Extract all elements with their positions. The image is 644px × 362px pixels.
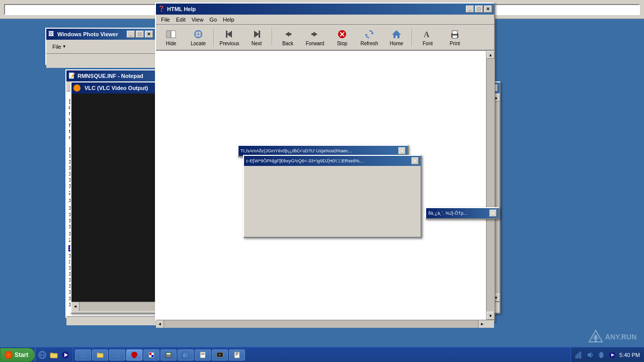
photo-viewer-title: Windows Photo Viewer (57, 31, 125, 37)
hide-icon (166, 29, 177, 40)
html-help-menubar: File Edit View Go Help (156, 15, 494, 25)
svg-rect-49 (577, 353, 578, 358)
html-help-toolbar: Hide Locate Previous (156, 25, 494, 51)
garbled-dialog-3-close[interactable]: ✕ (490, 210, 497, 217)
taskbar-paint-item[interactable] (143, 349, 159, 360)
toolbar-sep-1 (213, 28, 214, 46)
help-hscroll-right[interactable]: ► (478, 320, 486, 328)
html-help-title: HTML Help (167, 6, 464, 12)
help-hscroll-left[interactable]: ◄ (156, 320, 164, 328)
svg-rect-30 (97, 353, 103, 357)
help-hscroll: ◄ ► (156, 320, 494, 328)
anyrun-text: ANY.RUN (605, 333, 636, 341)
forward-button[interactable]: Forward (302, 26, 328, 49)
font-icon: A (422, 29, 433, 40)
taskbar-security-item[interactable] (126, 349, 142, 360)
svg-point-29 (82, 352, 84, 357)
taskbar-item2[interactable] (195, 349, 211, 360)
taskbar-item1[interactable]: i (178, 349, 194, 360)
html-help-icon: ❓ (158, 6, 165, 13)
taskbar-item4-icon (233, 351, 240, 358)
taskbar-tray: 5:40 PM (571, 347, 644, 362)
taskbar-paint-icon (148, 351, 155, 358)
tray-volume-icon (586, 351, 594, 359)
taskbar-item3-icon (216, 351, 223, 358)
help-scroll-down[interactable]: ▼ (487, 312, 495, 320)
taskbar-item2-icon (199, 351, 206, 358)
ql-media[interactable] (60, 350, 70, 360)
garbled-dialog-2-close[interactable]: ✕ (412, 157, 419, 164)
hide-button[interactable]: Hide (158, 26, 184, 49)
photo-viewer-minimize[interactable]: _ (127, 31, 135, 38)
help-scrollbar: ▲ ▼ (486, 51, 494, 320)
locate-button[interactable]: Locate (185, 26, 211, 49)
taskbar-security-icon (131, 351, 138, 358)
garbled-dialog-1-titlebar: ТΙ,/sAmAδz{JGmYév0þ¡¿dbζ«'uD?U'·Usja%oa3… (238, 146, 408, 156)
start-label: Start (15, 351, 28, 358)
tray-network-icon (575, 351, 583, 359)
garbled-dialog-2: c-ÐǰW*9ÕPN|gF[ÐbxyG²cQ6<-33+\g9DJ¦H0¹□□E… (243, 155, 422, 238)
hscroll-corner (486, 320, 494, 328)
garbled-dialog-3-title: ðà¸¿à¸´. %J}·ÕΤρ... (428, 211, 490, 216)
taskbar-folder-icon (97, 351, 104, 358)
dropdown-arrow: ▼ (62, 44, 66, 49)
print-button[interactable]: Print (442, 26, 468, 49)
taskbar-item3[interactable] (212, 349, 228, 360)
help-hscroll-track (164, 320, 478, 328)
taskbar-folder-item[interactable] (92, 349, 108, 360)
start-button[interactable]: Start (0, 348, 35, 362)
svg-rect-0 (167, 31, 171, 38)
help-file-menu[interactable]: File (158, 16, 173, 24)
next-button[interactable]: Next (244, 26, 270, 49)
svg-rect-17 (452, 31, 457, 34)
previous-button[interactable]: Previous (216, 26, 243, 49)
svg-rect-34 (151, 355, 153, 357)
tray-time: 5:40 PM (619, 352, 640, 358)
html-help-close[interactable]: ✕ (484, 6, 492, 13)
tray-arrows-icon (597, 351, 605, 359)
svg-rect-6 (226, 31, 227, 38)
svg-rect-18 (452, 35, 457, 38)
photo-viewer-close[interactable]: ✕ (145, 31, 153, 38)
garbled-dialog-1-close[interactable]: ✕ (398, 147, 406, 154)
taskbar-calc-icon (165, 351, 172, 358)
svg-rect-50 (579, 352, 580, 358)
stop-button[interactable]: Stop (329, 26, 355, 49)
help-go-menu[interactable]: Go (206, 16, 220, 24)
ql-folder[interactable] (49, 350, 59, 360)
home-button[interactable]: Home (383, 26, 410, 49)
html-help-minimize[interactable]: _ (466, 6, 474, 13)
help-help-menu[interactable]: Help (220, 16, 237, 24)
refresh-button[interactable]: Refresh (356, 26, 382, 49)
help-view-menu[interactable]: View (189, 16, 207, 24)
taskbar-ie-item[interactable] (75, 349, 91, 360)
svg-marker-7 (254, 31, 259, 38)
svg-rect-51 (580, 351, 581, 358)
photo-content (46, 54, 155, 68)
svg-text:A: A (424, 30, 430, 39)
photo-viewer-icon: 🖼 (48, 31, 55, 38)
previous-icon (224, 29, 235, 40)
taskbar-browser-item[interactable] (109, 349, 125, 360)
help-edit-menu[interactable]: Edit (173, 16, 189, 24)
tray-media-icon (608, 351, 616, 359)
garbled-dialog-2-title: c-ÐǰW*9ÕPN|gF[ÐbxyG²cQ6<-33+\g9DJ¦H0¹□□E… (246, 158, 412, 163)
anyrun-logo-icon (588, 329, 603, 344)
html-help-maximize[interactable]: □ (475, 6, 483, 13)
photo-file-menu[interactable]: File ▼ (49, 43, 69, 51)
photo-viewer-titlebar: 🖼 Windows Photo Viewer _ □ ✕ (46, 29, 155, 40)
taskbar-ie-icon (79, 351, 87, 358)
svg-point-31 (115, 352, 120, 357)
photo-toolbar: File ▼ (46, 40, 155, 54)
refresh-icon (364, 29, 375, 40)
help-scroll-up[interactable]: ▲ (487, 51, 495, 59)
photo-viewer-maximize[interactable]: □ (136, 31, 144, 38)
ql-ie[interactable] (37, 350, 47, 360)
garbled-dialog-1-title: ТΙ,/sAmAδz{JGmYév0þ¡¿dbζ«'uD?U'·Usja%oa3… (240, 148, 398, 153)
start-icon (5, 351, 13, 359)
vlc-hscroll-left[interactable]: ◄ (71, 302, 79, 311)
font-button[interactable]: A Font (415, 26, 441, 49)
taskbar-item4[interactable] (229, 349, 245, 360)
back-button[interactable]: Back (275, 26, 301, 49)
taskbar-calc-item[interactable] (160, 349, 177, 360)
